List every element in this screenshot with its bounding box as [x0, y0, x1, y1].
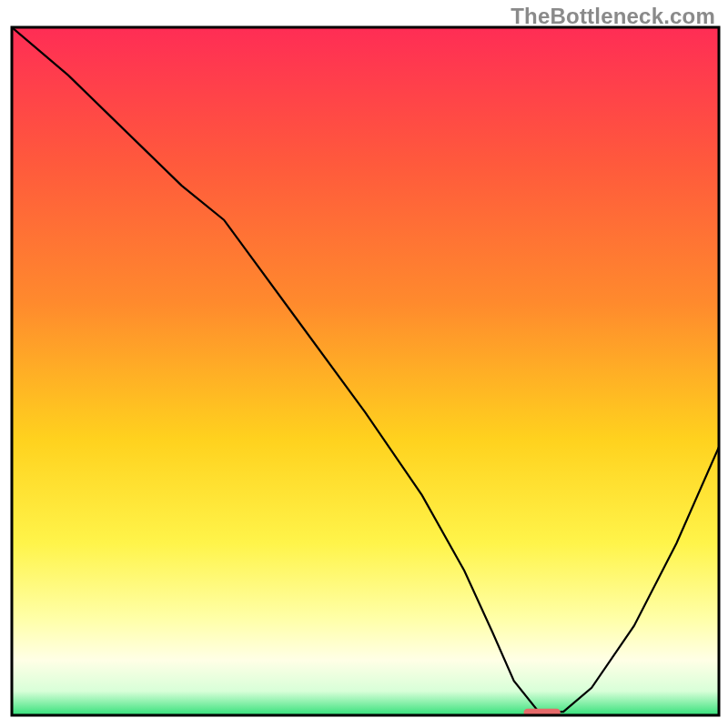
gradient-background: [12, 27, 719, 715]
watermark-text: TheBottleneck.com: [511, 4, 715, 29]
bottleneck-chart: [0, 0, 728, 728]
chart-container: TheBottleneck.com: [0, 0, 728, 728]
